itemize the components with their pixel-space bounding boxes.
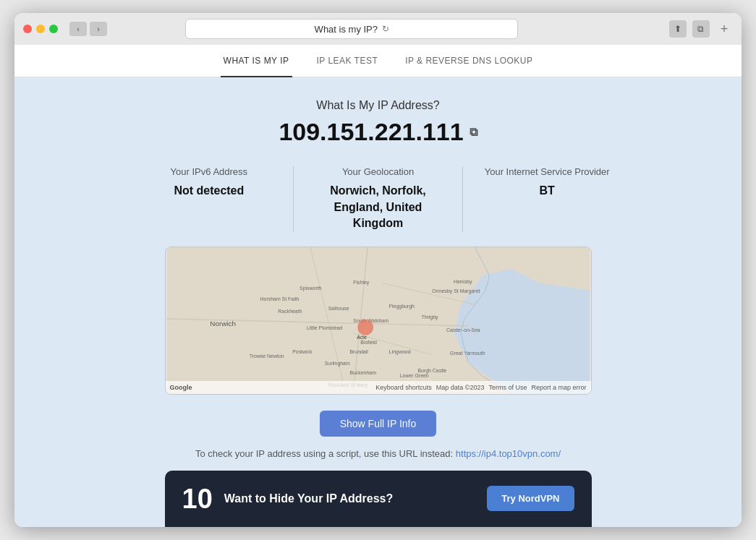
svg-text:Fishley: Fishley [353, 280, 369, 286]
hide-ip-title: Want to Hide Your IP Address? [224, 492, 394, 505]
svg-text:Postwick: Postwick [292, 348, 313, 353]
ipv6-label: Your IPv6 Address [140, 166, 279, 177]
isp-col: Your Internet Service Provider BT [463, 166, 632, 231]
refresh-icon[interactable]: ↻ [382, 24, 389, 34]
toolbar-icons: ⬆ ⧉ + [669, 20, 733, 38]
info-columns: Your IPv6 Address Not detected Your Geol… [125, 166, 632, 231]
map-footer: Google Keyboard shortcuts Map data ©2023… [166, 381, 591, 394]
close-button[interactable] [23, 25, 32, 33]
svg-text:Salhouse: Salhouse [328, 306, 349, 311]
traffic-lights [23, 25, 58, 33]
svg-text:Thrigby: Thrigby [421, 314, 438, 320]
ip-address-display: 109.151.221.111 ⧉ [279, 118, 477, 146]
hide-ip-banner: 10 Want to Hide Your IP Address? Try Nor… [165, 471, 592, 527]
duplicate-icon[interactable]: ⧉ [692, 20, 710, 38]
isp-value: BT [477, 183, 617, 199]
svg-text:Hemsby: Hemsby [453, 278, 472, 284]
svg-text:Ormesby St Margaret: Ormesby St Margaret [432, 288, 480, 294]
browser-window: ‹ › What is my IP? ↻ ⬆ ⧉ + WHAT IS MY IP… [14, 13, 742, 526]
isp-label: Your Internet Service Provider [477, 166, 617, 177]
keyboard-shortcuts-link[interactable]: Keyboard shortcuts [375, 384, 432, 391]
hide-ip-number: 10 [182, 485, 213, 513]
ip-address-value: 109.151.221.111 [279, 118, 463, 146]
site-nav: WHAT IS MY IP IP LEAK TEST IP & REVERSE … [14, 45, 742, 77]
svg-text:Fleggburgh: Fleggburgh [388, 304, 414, 309]
forward-button[interactable]: › [90, 22, 107, 36]
svg-text:Great Yarmouth: Great Yarmouth [450, 350, 485, 355]
address-bar[interactable]: What is my IP? ↻ [185, 19, 518, 39]
svg-text:Surlingham: Surlingham [324, 361, 349, 367]
report-link[interactable]: Report a map error [531, 384, 586, 391]
map-footer-links: Keyboard shortcuts Map data ©2023 Terms … [375, 384, 586, 391]
add-tab-button[interactable]: + [715, 20, 733, 38]
svg-text:Lower Green: Lower Green [399, 373, 428, 378]
svg-text:Horsham St Faith: Horsham St Faith [260, 296, 299, 301]
nav-buttons: ‹ › [69, 22, 107, 36]
terms-link[interactable]: Terms of Use [488, 384, 527, 391]
ipv6-col: Your IPv6 Address Not detected [125, 166, 294, 231]
copy-icon[interactable]: ⧉ [470, 126, 477, 139]
svg-text:Burgh Castle: Burgh Castle [417, 368, 446, 374]
try-vpn-button[interactable]: Try NordVPN [487, 486, 574, 511]
main-content: What Is My IP Address? 109.151.221.111 ⧉… [14, 77, 742, 526]
svg-text:Blofield: Blofield [360, 339, 377, 344]
script-url-description: To check your IP address using a script,… [195, 448, 453, 459]
map-svg: Norwich Horsham St Faith Spixworth Rackh… [166, 247, 591, 394]
map-container: Norwich Horsham St Faith Spixworth Rackh… [165, 247, 592, 395]
geolocation-value: Norwich, Norfolk, England, United Kingdo… [308, 183, 448, 231]
svg-text:Buckenham: Buckenham [349, 370, 376, 375]
hide-ip-left: 10 Want to Hide Your IP Address? [182, 485, 394, 513]
svg-text:Caister-on-Sea: Caister-on-Sea [446, 327, 480, 332]
svg-text:Trowse Newton: Trowse Newton [249, 353, 284, 359]
page-title: What Is My IP Address? [316, 99, 439, 112]
svg-text:Little Plumstead: Little Plumstead [306, 325, 341, 330]
svg-text:Brundall: Brundall [349, 348, 368, 353]
svg-text:Spixworth: Spixworth [300, 286, 322, 291]
address-bar-text: What is my IP? [315, 24, 378, 35]
map-data-label: Map data ©2023 [436, 384, 485, 391]
nav-item-dns-lookup[interactable]: IP & REVERSE DNS LOOKUP [402, 46, 535, 77]
geolocation-label: Your Geolocation [308, 166, 448, 177]
ipv6-value: Not detected [140, 183, 279, 199]
geolocation-col: Your Geolocation Norwich, Norfolk, Engla… [294, 166, 463, 231]
script-url-link[interactable]: https://ip4.top10vpn.com/ [456, 448, 561, 459]
google-logo: Google [170, 384, 192, 391]
nav-item-ip-leak-test[interactable]: IP LEAK TEST [314, 46, 381, 77]
show-full-ip-button[interactable]: Show Full IP Info [320, 411, 437, 437]
svg-text:Lingwood: Lingwood [388, 348, 410, 354]
title-bar: ‹ › What is my IP? ↻ ⬆ ⧉ + [14, 13, 742, 45]
svg-text:Rackheath: Rackheath [278, 309, 302, 314]
svg-text:Acle: Acle [357, 334, 367, 339]
share-icon[interactable]: ⬆ [669, 20, 687, 38]
svg-text:Norwich: Norwich [210, 320, 236, 327]
maximize-button[interactable] [49, 25, 58, 33]
nav-item-what-is-my-ip[interactable]: WHAT IS MY IP [221, 46, 292, 77]
svg-point-32 [357, 320, 373, 335]
script-url-text: To check your IP address using a script,… [195, 448, 561, 459]
back-button[interactable]: ‹ [69, 22, 87, 36]
minimize-button[interactable] [36, 25, 45, 33]
